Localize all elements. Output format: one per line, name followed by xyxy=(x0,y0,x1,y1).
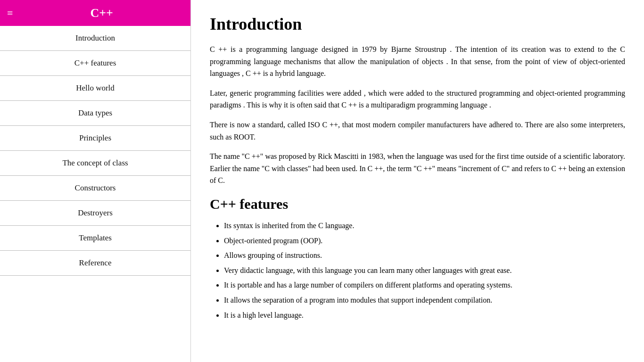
feature-item-6: It is a high level language. xyxy=(224,309,625,321)
sidebar-item-reference[interactable]: Reference xyxy=(0,251,190,276)
sidebar-item-hello-world[interactable]: Hello world xyxy=(0,76,190,101)
sidebar: ≡ C++ IntroductionC++ featuresHello worl… xyxy=(0,0,191,362)
intro-paragraph-4: The name "C ++" was proposed by Rick Mas… xyxy=(210,150,625,187)
sidebar-item-destroyers[interactable]: Destroyers xyxy=(0,201,190,226)
sidebar-item-cpp-features[interactable]: C++ features xyxy=(0,51,190,76)
sidebar-item-concept-of-class[interactable]: The concept of class xyxy=(0,151,190,176)
sidebar-title: C++ xyxy=(20,6,183,20)
feature-item-2: Allows grouping of instructions. xyxy=(224,249,625,262)
feature-item-3: Very didactic language, with this langua… xyxy=(224,264,625,277)
intro-paragraph-2: Later, generic programming facilities we… xyxy=(210,87,625,111)
nav-list: IntroductionC++ featuresHello worldData … xyxy=(0,26,190,276)
feature-item-1: Object-oriented program (OOP). xyxy=(224,235,625,247)
sidebar-item-introduction[interactable]: Introduction xyxy=(0,26,190,51)
intro-paragraph-1: C ++ is a programming language designed … xyxy=(210,43,625,80)
features-list: Its syntax is inherited from the C langu… xyxy=(224,220,625,321)
introduction-heading: Introduction xyxy=(210,14,625,34)
sidebar-header: ≡ C++ xyxy=(0,0,190,26)
features-heading: C++ features xyxy=(210,196,625,212)
sidebar-item-principles[interactable]: Principles xyxy=(0,126,190,151)
sidebar-item-data-types[interactable]: Data types xyxy=(0,101,190,126)
hamburger-icon[interactable]: ≡ xyxy=(7,8,13,18)
sidebar-item-templates[interactable]: Templates xyxy=(0,226,190,251)
main-content: Introduction C ++ is a programming langu… xyxy=(191,0,644,362)
intro-paragraph-3: There is now a standard, called ISO C ++… xyxy=(210,119,625,143)
sidebar-item-constructors[interactable]: Constructors xyxy=(0,176,190,201)
feature-item-5: It allows the separation of a program in… xyxy=(224,294,625,306)
feature-item-4: It is portable and has a large number of… xyxy=(224,279,625,291)
feature-item-0: Its syntax is inherited from the C langu… xyxy=(224,220,625,232)
